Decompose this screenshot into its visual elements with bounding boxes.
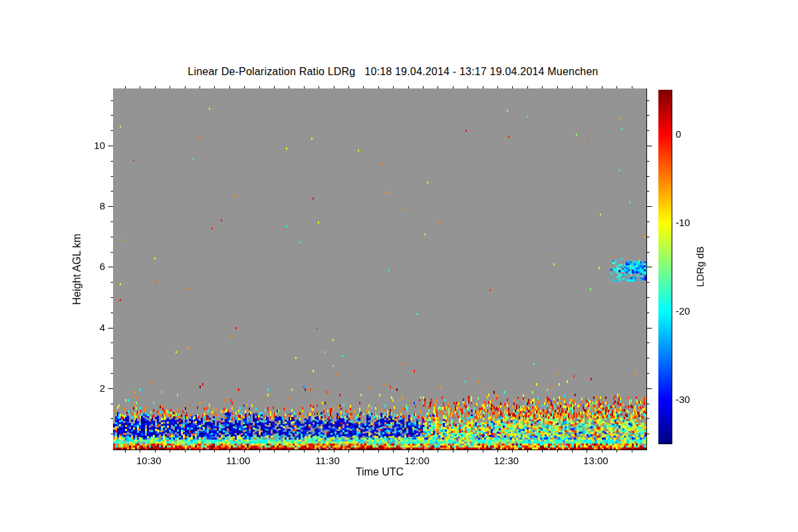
x-tick-label: 13:00 xyxy=(575,455,617,467)
heatmap-canvas xyxy=(113,88,646,450)
y-tick-label: 2 xyxy=(73,382,105,394)
y-tick-label: 4 xyxy=(73,322,105,334)
y-tick-label: 10 xyxy=(73,140,105,152)
x-axis-label: Time UTC xyxy=(313,466,446,478)
x-tick-label: 11:30 xyxy=(307,455,349,467)
colorbar-tick-label: -30 xyxy=(676,394,708,406)
colorbar-canvas xyxy=(658,90,672,444)
quicklook-page: Linear De-Polarization Ratio LDRg 10:18 … xyxy=(0,0,798,532)
x-tick-label: 12:00 xyxy=(396,455,438,467)
y-tick-label: 8 xyxy=(73,200,105,212)
y-axis-label: Height AGL km xyxy=(71,216,83,323)
x-tick-label: 10:30 xyxy=(128,455,170,467)
x-tick-label: 11:00 xyxy=(217,455,259,467)
x-tick-label: 12:30 xyxy=(485,455,527,467)
colorbar-label: LDRg dB xyxy=(694,221,706,312)
colorbar-tick-label: 0 xyxy=(676,128,708,140)
